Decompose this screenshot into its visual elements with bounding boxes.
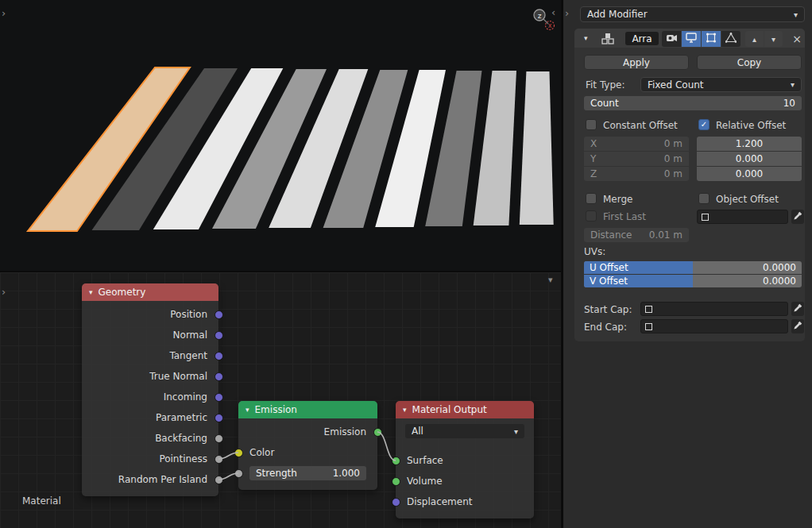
material-output-node[interactable]: Material Output All Surface Volume xyxy=(396,401,534,518)
array-strips xyxy=(0,0,561,271)
remove-modifier-button[interactable] xyxy=(790,32,804,46)
constant-offset-z-field[interactable]: Z 0 m xyxy=(584,167,689,181)
output-target-select[interactable]: All xyxy=(405,424,524,438)
eyedropper-icon xyxy=(793,320,803,333)
input-socket[interactable] xyxy=(234,469,243,478)
output-socket[interactable] xyxy=(215,331,223,340)
socket-label: Surface xyxy=(407,455,443,466)
apply-button[interactable]: Apply xyxy=(584,55,689,70)
merge-checkbox[interactable] xyxy=(586,193,597,204)
object-icon xyxy=(645,306,652,313)
count-label: Count xyxy=(590,98,619,109)
node-input-row: Color xyxy=(238,442,377,463)
socket-label: Parametric xyxy=(156,412,207,423)
input-socket[interactable] xyxy=(392,477,400,486)
axis-value: 0 m xyxy=(664,168,682,179)
eyedropper-button[interactable] xyxy=(791,210,804,224)
add-modifier-dropdown[interactable]: Add Modifier xyxy=(580,6,805,22)
output-socket[interactable] xyxy=(215,455,223,464)
node-output-row: Backfacing xyxy=(82,428,218,449)
output-socket[interactable] xyxy=(215,476,223,484)
axis-value: 0 m xyxy=(664,138,682,149)
u-offset-slider[interactable]: U Offset 0.0000 xyxy=(584,261,802,274)
region-toggle-icon[interactable] xyxy=(551,7,555,17)
eyedropper-icon xyxy=(793,303,803,315)
relative-offset-y-field[interactable]: 0.000 xyxy=(697,152,802,166)
material-datablock-label: Material xyxy=(22,495,61,507)
object-offset-checkbox[interactable] xyxy=(698,193,710,204)
material-output-node-header[interactable]: Material Output xyxy=(396,401,534,418)
node-input-row: Surface xyxy=(396,450,534,471)
blender-window: z x Geometry Position Normal xyxy=(0,0,812,528)
first-last-checkbox[interactable] xyxy=(586,210,597,222)
emission-node-header[interactable]: Emission xyxy=(238,401,377,418)
copy-button[interactable]: Copy xyxy=(697,55,802,70)
output-socket[interactable] xyxy=(373,428,382,437)
move-modifier-down-button[interactable] xyxy=(764,31,783,47)
collapse-icon[interactable] xyxy=(89,288,93,296)
cage-icon xyxy=(725,33,737,45)
input-socket[interactable] xyxy=(392,498,400,507)
emission-node[interactable]: Emission Emission Color Strength 1.000 xyxy=(238,401,377,490)
eyedropper-button[interactable] xyxy=(791,319,804,333)
output-socket[interactable] xyxy=(215,414,223,422)
start-cap-field[interactable] xyxy=(640,302,788,316)
axis-label: X xyxy=(590,138,597,149)
render-visibility-toggle[interactable] xyxy=(662,31,681,47)
input-socket[interactable] xyxy=(392,457,400,465)
geometry-node[interactable]: Geometry Position Normal Tangent True No… xyxy=(82,283,218,496)
relative-offset-label: Relative Offset xyxy=(716,120,786,131)
fit-type-label: Fit Type: xyxy=(586,79,625,91)
node-link[interactable] xyxy=(377,432,396,461)
axis-value: 0 m xyxy=(664,153,682,164)
start-cap-label: Start Cap: xyxy=(584,304,632,315)
region-toggle-icon[interactable] xyxy=(2,287,6,297)
count-field[interactable]: Count 10 xyxy=(584,96,802,110)
input-socket[interactable] xyxy=(234,449,243,457)
output-socket[interactable] xyxy=(215,352,223,360)
array-strip[interactable] xyxy=(474,71,516,225)
gizmo-x-label: x xyxy=(548,22,552,29)
chevron-down-icon xyxy=(514,427,518,436)
node-title: Geometry xyxy=(99,287,146,298)
object-icon xyxy=(645,323,652,330)
edit-mode-display-toggle[interactable] xyxy=(702,31,721,47)
collapse-icon[interactable] xyxy=(246,406,249,414)
relative-offset-checkbox[interactable] xyxy=(698,119,710,130)
merge-distance-field[interactable]: Distance 0.01 m xyxy=(584,228,689,242)
region-toggle-icon[interactable] xyxy=(548,274,553,284)
output-socket[interactable] xyxy=(215,393,223,402)
relative-offset-x-field[interactable]: 1.200 xyxy=(697,137,802,151)
relative-offset-z-field[interactable]: 0.000 xyxy=(697,167,802,181)
socket-label: Random Per Island xyxy=(118,474,207,485)
move-modifier-up-button[interactable] xyxy=(745,31,764,47)
constant-offset-x-field[interactable]: X 0 m xyxy=(584,137,689,151)
array-strip[interactable] xyxy=(520,71,554,225)
shader-node-editor[interactable]: Geometry Position Normal Tangent True No… xyxy=(0,272,561,528)
region-toggle-icon[interactable] xyxy=(2,8,6,18)
collapse-icon[interactable]: ▾ xyxy=(584,34,588,42)
socket-label: Normal xyxy=(173,330,207,341)
node-output-row: Incoming xyxy=(82,387,218,407)
geometry-node-header[interactable]: Geometry xyxy=(82,283,218,301)
node-title: Material Output xyxy=(412,404,487,415)
eyedropper-button[interactable] xyxy=(791,302,804,316)
constant-offset-checkbox[interactable] xyxy=(586,119,597,130)
constant-offset-y-field[interactable]: Y 0 m xyxy=(584,152,689,166)
offset-object-field[interactable] xyxy=(697,210,788,224)
fit-type-dropdown[interactable]: Fixed Count xyxy=(640,77,802,92)
modifier-name-field[interactable]: Arra xyxy=(625,32,659,45)
strength-field[interactable]: Strength 1.000 xyxy=(249,466,366,480)
collapse-icon[interactable] xyxy=(403,406,407,414)
on-cage-toggle[interactable] xyxy=(721,31,740,47)
output-socket[interactable] xyxy=(215,434,223,443)
end-cap-field[interactable] xyxy=(640,319,788,333)
output-socket[interactable] xyxy=(215,372,223,381)
v-offset-slider[interactable]: V Offset 0.0000 xyxy=(584,275,802,287)
output-socket[interactable] xyxy=(215,310,223,319)
node-input-row: Strength 1.000 xyxy=(238,463,377,484)
socket-label: Volume xyxy=(407,476,443,487)
realtime-visibility-toggle[interactable] xyxy=(682,31,701,47)
region-toggle-icon[interactable] xyxy=(565,8,569,18)
3d-viewport[interactable]: z x xyxy=(0,0,561,271)
